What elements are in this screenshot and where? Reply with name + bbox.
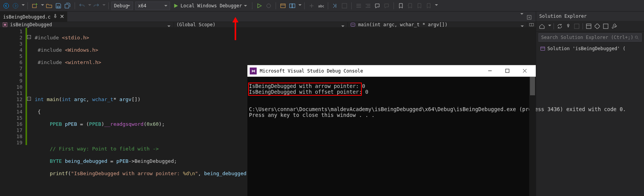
save-button[interactable] bbox=[54, 2, 63, 10]
hex-icon[interactable]: abc bbox=[317, 2, 325, 10]
nav-type-scope-label: isBeingDebugged bbox=[10, 22, 52, 27]
svg-point-15 bbox=[352, 24, 353, 25]
open-file-button[interactable] bbox=[45, 2, 53, 10]
preview-icon[interactable] bbox=[602, 23, 609, 30]
console-scrollbar[interactable] bbox=[529, 77, 536, 196]
active-files-dropdown[interactable] bbox=[520, 13, 523, 16]
maximize-button[interactable] bbox=[499, 66, 516, 76]
debug-console-window: ⋈ Microsoft Visual Studio Debug Console … bbox=[247, 65, 536, 196]
start-debugging-button[interactable]: Local Windows Debugger bbox=[171, 2, 249, 10]
refresh-icon[interactable] bbox=[556, 23, 563, 30]
svg-rect-14 bbox=[351, 23, 355, 27]
bookmark-icon[interactable] bbox=[397, 2, 405, 10]
solution-node[interactable]: Solution 'isBeingDebugged' ( bbox=[538, 45, 642, 52]
properties-icon[interactable] bbox=[594, 23, 601, 30]
solution-explorer-toolbar bbox=[536, 21, 644, 32]
outline-toggle-icon[interactable]: − bbox=[27, 35, 31, 39]
bookmark-next-icon[interactable] bbox=[415, 2, 424, 10]
svg-rect-7 bbox=[290, 4, 293, 8]
toolbar-overflow-1[interactable] bbox=[435, 4, 438, 7]
svg-point-1 bbox=[13, 3, 18, 8]
nav-fwd-button[interactable] bbox=[11, 2, 20, 10]
svg-rect-23 bbox=[541, 47, 545, 51]
solution-node-label: Solution 'isBeingDebugged' ( bbox=[547, 46, 625, 51]
svg-point-16 bbox=[353, 24, 354, 25]
svg-rect-10 bbox=[342, 3, 347, 8]
minimize-button[interactable] bbox=[481, 66, 499, 76]
close-tab-icon[interactable] bbox=[60, 14, 64, 20]
main-toolbar: Debug x64 Local Windows Debugger abc bbox=[0, 0, 644, 12]
save-all-button[interactable] bbox=[63, 2, 72, 10]
svg-rect-4 bbox=[57, 6, 60, 8]
vs-app-icon: ⋈ bbox=[250, 68, 257, 74]
show-all-icon[interactable] bbox=[585, 23, 592, 30]
redo-drop[interactable] bbox=[102, 4, 106, 7]
nav-type-scope[interactable]: isBeingDebugged bbox=[0, 22, 174, 27]
svg-rect-21 bbox=[603, 24, 608, 29]
nav-split-icon[interactable] bbox=[527, 22, 536, 27]
svg-point-22 bbox=[635, 36, 637, 38]
outline-toggle-icon[interactable]: − bbox=[27, 97, 31, 101]
nav-member-label: main(int argc, wchar_t * argv[]) bbox=[358, 22, 447, 27]
solution-explorer-panel: Solution Explorer Search Solution Explor… bbox=[536, 12, 644, 196]
close-button[interactable] bbox=[516, 66, 533, 76]
browse-icon[interactable] bbox=[279, 2, 287, 10]
indent-less-icon[interactable] bbox=[354, 2, 363, 10]
new-project-button[interactable] bbox=[31, 2, 39, 10]
console-titlebar[interactable]: ⋈ Microsoft Visual Studio Debug Console bbox=[247, 65, 536, 77]
tool-a-icon bbox=[340, 2, 349, 10]
solution-explorer-title[interactable]: Solution Explorer bbox=[536, 12, 644, 21]
nav-back-button[interactable] bbox=[2, 2, 10, 10]
misc-1-icon bbox=[307, 2, 316, 10]
solution-config-dropdown[interactable]: Debug bbox=[111, 2, 133, 10]
nav-member[interactable]: main(int argc, wchar_t * argv[]) bbox=[348, 22, 527, 27]
console-output[interactable]: IsBeingDebugged with arrow pointer: 0 Is… bbox=[247, 77, 536, 196]
home-icon[interactable] bbox=[538, 23, 545, 30]
solution-icon bbox=[540, 46, 545, 51]
comment-icon[interactable] bbox=[373, 2, 382, 10]
navigation-bar: isBeingDebugged (Global Scope) main(int … bbox=[0, 22, 536, 28]
solution-search-placeholder: Search Solution Explorer (Ctrl+;) bbox=[541, 35, 633, 40]
svg-point-0 bbox=[4, 3, 9, 8]
live-share-drop[interactable] bbox=[298, 4, 302, 7]
file-tab-label: isBeingDebugged.c bbox=[3, 14, 51, 20]
bookmark-prev-icon[interactable] bbox=[406, 2, 414, 10]
svg-rect-18 bbox=[506, 69, 509, 73]
svg-point-5 bbox=[267, 4, 271, 8]
svg-rect-20 bbox=[586, 24, 591, 29]
file-tab[interactable]: isBeingDebugged.c bbox=[0, 12, 67, 22]
step-into-icon[interactable] bbox=[331, 2, 339, 10]
live-share-icon[interactable] bbox=[288, 2, 296, 10]
wrench-icon[interactable] bbox=[611, 23, 618, 30]
solution-tree[interactable]: Solution 'isBeingDebugged' ( bbox=[536, 43, 644, 196]
svg-rect-19 bbox=[574, 24, 579, 29]
solution-search-input[interactable]: Search Solution Explorer (Ctrl+;) bbox=[538, 33, 642, 42]
nav-scope-label: (Global Scope) bbox=[176, 22, 215, 27]
highlighted-output: IsBeingDebugged with arrow pointer: 0 Is… bbox=[249, 83, 361, 95]
redo-button[interactable] bbox=[92, 2, 101, 10]
attach-icon[interactable] bbox=[264, 2, 273, 10]
undo-button[interactable] bbox=[78, 2, 86, 10]
start-debugging-label: Local Windows Debugger bbox=[181, 3, 242, 8]
view-switch-dropdown[interactable] bbox=[548, 25, 551, 28]
svg-rect-8 bbox=[292, 4, 295, 8]
svg-text:abc: abc bbox=[318, 4, 324, 8]
solution-platform-dropdown[interactable]: x64 bbox=[135, 2, 170, 10]
svg-rect-6 bbox=[281, 4, 285, 8]
nav-scope[interactable]: (Global Scope) bbox=[174, 22, 348, 27]
pin-icon[interactable] bbox=[53, 14, 58, 20]
svg-rect-13 bbox=[4, 24, 6, 25]
indent-more-icon[interactable] bbox=[364, 2, 372, 10]
collapse-icon[interactable] bbox=[573, 23, 580, 30]
bookmark-menu-icon[interactable] bbox=[424, 2, 433, 10]
search-icon bbox=[634, 35, 639, 40]
new-project-dropdown[interactable] bbox=[41, 4, 44, 7]
undo-drop[interactable] bbox=[88, 4, 91, 7]
nav-history-dropdown[interactable] bbox=[22, 4, 25, 7]
start-without-debug-button[interactable] bbox=[255, 2, 264, 10]
document-tabstrip: isBeingDebugged.c bbox=[0, 12, 536, 22]
promote-tab-icon[interactable] bbox=[525, 13, 533, 22]
sync-icon[interactable] bbox=[565, 23, 572, 30]
uncomment-icon[interactable] bbox=[382, 2, 391, 10]
line-number-gutter: 1 2 3 4 5 6 7 8 9 10 11 12 13 14 15 16 1 bbox=[0, 28, 26, 196]
